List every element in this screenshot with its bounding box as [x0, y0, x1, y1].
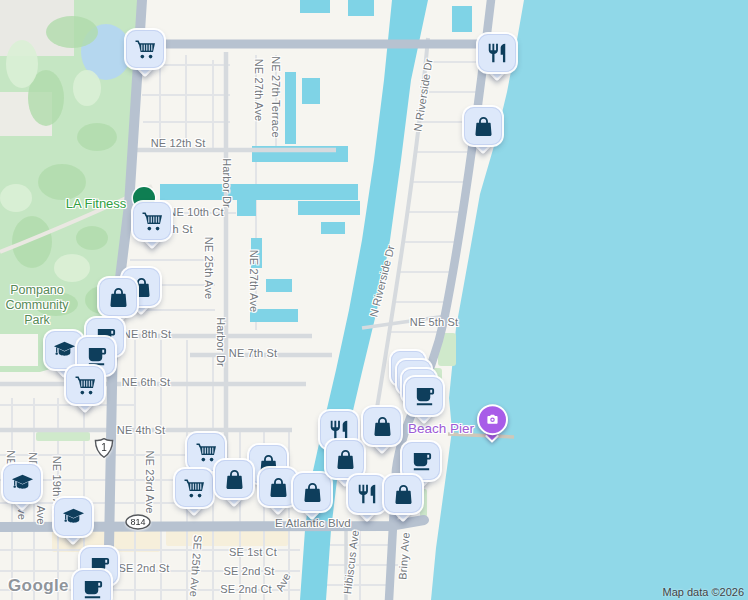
graduation-cap-icon: [54, 498, 92, 536]
map-marker-shopping-bag[interactable]: [363, 407, 401, 457]
coffee-cup-icon: [405, 377, 443, 415]
shopping-cart-icon: [133, 202, 171, 240]
map-marker-shopping-bag[interactable]: [259, 468, 297, 518]
coffee-cup-icon: [73, 570, 111, 600]
shopping-bag-icon: [259, 468, 297, 506]
shopping-bag-icon: [464, 107, 502, 145]
map-marker-shopping-bag[interactable]: [464, 107, 502, 157]
map-attribution: Map data ©2026: [663, 586, 745, 598]
map-marker-shopping-bag[interactable]: [215, 460, 253, 510]
graduation-cap-icon: [3, 464, 41, 502]
google-logo[interactable]: Google: [8, 576, 69, 596]
map-marker-coffee-cup[interactable]: [405, 377, 443, 427]
map-marker-shopping-bag[interactable]: [384, 475, 422, 525]
map-marker-shopping-cart[interactable]: [66, 366, 104, 416]
shopping-cart-icon: [66, 366, 104, 404]
map-marker-shopping-cart[interactable]: [126, 30, 164, 80]
poi-label[interactable]: Pompano Community Park: [5, 283, 68, 327]
shopping-bag-icon: [326, 440, 364, 478]
map-marker-coffee-cup[interactable]: [73, 570, 111, 600]
map-marker-shopping-cart[interactable]: [175, 469, 213, 519]
shopping-bag-icon: [363, 407, 401, 445]
map-marker-restaurant[interactable]: [348, 475, 386, 525]
restaurant-icon: [348, 475, 386, 513]
map-marker-shopping-cart[interactable]: [133, 202, 171, 252]
photo-spot-pin[interactable]: [476, 404, 508, 446]
shopping-cart-icon: [175, 469, 213, 507]
map-viewport[interactable]: NE 12th StNE 10th Ctth StNE 8th StNE 7th…: [0, 0, 748, 600]
map-marker-graduation-cap[interactable]: [3, 464, 41, 514]
camera-icon: [477, 404, 508, 435]
restaurant-icon: [478, 34, 516, 72]
map-marker-restaurant[interactable]: [478, 34, 516, 84]
map-marker-graduation-cap[interactable]: [54, 498, 92, 548]
shopping-cart-icon: [126, 30, 164, 68]
shopping-bag-icon: [215, 460, 253, 498]
shopping-bag-icon: [99, 278, 137, 316]
poi-label[interactable]: LA Fitness: [66, 196, 127, 211]
shopping-bag-icon: [384, 475, 422, 513]
